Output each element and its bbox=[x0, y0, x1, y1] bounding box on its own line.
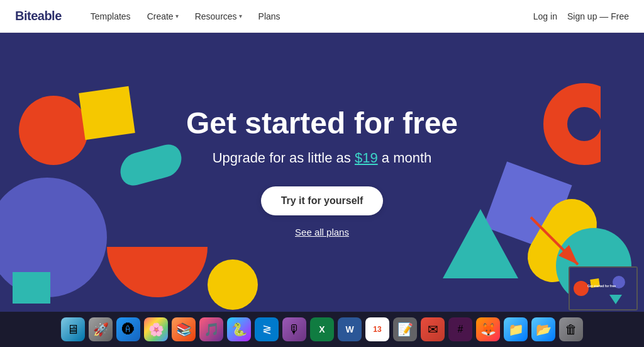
dock-icon-word[interactable]: W bbox=[338, 317, 362, 341]
try-button[interactable]: Try it for yourself bbox=[261, 186, 384, 215]
nav-create-label: Create bbox=[147, 11, 174, 21]
hero-subtitle: Upgrade for as little as $19 a month bbox=[186, 150, 458, 166]
dock-icon-vscode[interactable]: ≷ bbox=[255, 317, 279, 341]
shape-green-left bbox=[13, 272, 50, 304]
shape-orange-circle bbox=[19, 96, 88, 165]
nav-resources-label: Resources bbox=[195, 11, 237, 21]
dock-icon-slack[interactable]: # bbox=[448, 317, 472, 341]
dock: 🖥 🚀 🅐 🌸 📚 🎵 🐍 ≷ 🎙 X W 13 📝 ✉ # 🦊 📁 📂 🗑 bbox=[0, 312, 644, 347]
svg-point-3 bbox=[574, 281, 589, 296]
nav-plans-label: Plans bbox=[258, 11, 280, 21]
dock-icon-airmail[interactable]: ✉ bbox=[421, 317, 445, 341]
signup-button[interactable]: Sign up — Free bbox=[567, 11, 629, 21]
dock-icon-calendar[interactable]: 13 bbox=[365, 317, 389, 341]
nav-plans[interactable]: Plans bbox=[252, 8, 287, 25]
subtitle-prefix: Upgrade for as little as bbox=[213, 150, 355, 166]
dock-icon-photos[interactable]: 🌸 bbox=[144, 317, 168, 341]
nav-templates[interactable]: Templates bbox=[84, 8, 137, 25]
dock-icon-appstore[interactable]: 🅐 bbox=[116, 317, 140, 341]
chevron-down-icon: ▾ bbox=[239, 13, 242, 20]
dock-icon-firefox[interactable]: 🦊 bbox=[476, 317, 500, 341]
login-button[interactable]: Log in bbox=[533, 11, 557, 21]
hero-content: Get started for free Upgrade for as litt… bbox=[186, 107, 458, 238]
subtitle-price: $19 bbox=[355, 150, 378, 166]
shape-orange-semicircle bbox=[107, 247, 208, 297]
dock-icon-launchpad[interactable]: 🚀 bbox=[89, 317, 113, 341]
dock-icon-folder1[interactable]: 📁 bbox=[504, 317, 528, 341]
nav-menu: Templates Create ▾ Resources ▾ Plans bbox=[84, 8, 533, 25]
shape-yellow-square bbox=[79, 86, 135, 140]
navbar-actions: Log in Sign up — Free bbox=[533, 11, 629, 21]
dock-icon-podcast[interactable]: 🎙 bbox=[282, 317, 306, 341]
svg-text:Get started for free: Get started for free bbox=[587, 284, 616, 288]
dock-icon-folder2[interactable]: 📂 bbox=[531, 317, 555, 341]
dock-icon-excel[interactable]: X bbox=[310, 317, 334, 341]
navbar: Biteable Templates Create ▾ Resources ▾ … bbox=[0, 0, 644, 33]
dock-icon-pycharm[interactable]: 🐍 bbox=[227, 317, 251, 341]
dock-icon-itunes[interactable]: 🎵 bbox=[199, 317, 223, 341]
shape-teal-wave bbox=[119, 141, 182, 189]
shape-orange-c bbox=[543, 83, 625, 165]
logo[interactable]: Biteable bbox=[15, 9, 62, 23]
nav-resources[interactable]: Resources ▾ bbox=[189, 8, 248, 25]
plans-link[interactable]: See all plans bbox=[186, 227, 458, 237]
dock-icon-trash[interactable]: 🗑 bbox=[559, 317, 583, 341]
dock-icon-finder[interactable]: 🖥 bbox=[61, 317, 85, 341]
chevron-down-icon: ▾ bbox=[175, 13, 179, 20]
svg-line-1 bbox=[531, 217, 578, 265]
subtitle-suffix: a month bbox=[378, 150, 432, 166]
dock-icon-books[interactable]: 📚 bbox=[172, 317, 196, 341]
red-arrow-icon bbox=[518, 211, 594, 274]
shape-yellow-circle-bottom bbox=[208, 259, 258, 310]
hero-title: Get started for free bbox=[186, 107, 458, 140]
dock-icon-notes[interactable]: 📝 bbox=[393, 317, 417, 341]
nav-create[interactable]: Create ▾ bbox=[141, 8, 185, 25]
hero-section: Get started for free Get started for fre… bbox=[0, 33, 644, 312]
nav-templates-label: Templates bbox=[91, 11, 131, 21]
